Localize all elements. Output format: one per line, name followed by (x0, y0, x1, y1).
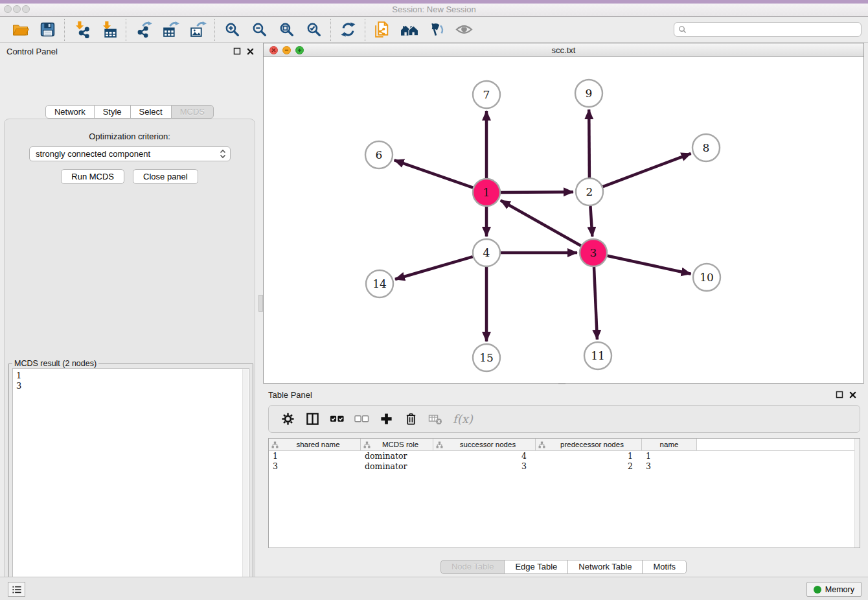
node-10[interactable]: 10 (693, 264, 720, 291)
column-header-predecessor-nodes[interactable]: predecessor nodes (536, 439, 642, 450)
show-graphics-button[interactable] (450, 18, 477, 41)
fit-content-button[interactable] (273, 18, 300, 41)
import-network-button[interactable] (68, 18, 95, 41)
node-3[interactable]: 3 (580, 239, 607, 266)
delete-table-button[interactable] (426, 410, 445, 429)
search-input[interactable] (689, 25, 857, 34)
edge-1-2[interactable] (501, 192, 573, 192)
zoom-selected-icon (306, 21, 322, 38)
mcds-result-text[interactable]: 13 (12, 368, 249, 600)
table-settings-button[interactable] (278, 410, 297, 429)
refresh-icon (340, 21, 356, 38)
vertical-splitter-grip[interactable] (258, 295, 263, 312)
tab-node-table[interactable]: Node Table (440, 560, 505, 574)
network-close-button[interactable] (269, 46, 278, 54)
memory-label: Memory (825, 585, 854, 594)
result-scrollbar[interactable] (242, 369, 248, 600)
network-zoom-button[interactable] (295, 46, 304, 54)
column-header-label: name (645, 441, 694, 448)
optimization-criterion-select[interactable]: strongly connected component (29, 146, 231, 161)
table-panel-title: Table Panel (268, 390, 312, 400)
tab-select[interactable]: Select (130, 105, 172, 119)
ndex-save-button[interactable] (423, 18, 450, 41)
network-minimize-button[interactable] (282, 46, 291, 54)
delete-column-button[interactable] (401, 410, 420, 429)
close-panel-button[interactable]: Close panel (133, 169, 198, 184)
node-15[interactable]: 15 (473, 344, 500, 371)
run-mcds-button[interactable]: Run MCDS (61, 169, 124, 184)
column-header-label: successor nodes (443, 441, 532, 448)
table-row[interactable]: 1dominator411 (269, 451, 860, 461)
node-6[interactable]: 6 (365, 141, 393, 168)
tab-network[interactable]: Network (45, 105, 95, 119)
tab-network-table[interactable]: Network Table (567, 560, 643, 574)
control-panel: Control Panel NetworkStyleSelectMCDS Opt… (0, 43, 259, 577)
edge-3-1[interactable] (501, 200, 581, 246)
tab-style[interactable]: Style (94, 105, 131, 119)
node-7[interactable]: 7 (473, 81, 500, 108)
task-history-button[interactable] (8, 582, 25, 597)
edge-3-10[interactable] (608, 256, 691, 274)
node-1[interactable]: 1 (473, 179, 500, 206)
column-header-shared-name[interactable]: shared name (269, 439, 361, 450)
edge-3-11[interactable] (594, 267, 597, 340)
zoom-out-button[interactable] (246, 18, 273, 41)
houses-icon (400, 21, 419, 38)
node-8[interactable]: 8 (692, 134, 720, 161)
node-label: 10 (700, 271, 714, 284)
node-9[interactable]: 9 (575, 80, 602, 107)
table-cell: 1 (269, 451, 361, 461)
table-scrollbar[interactable] (854, 439, 860, 548)
table-row[interactable]: 3dominator323 (269, 461, 860, 472)
node-label: 11 (591, 349, 605, 362)
node-table[interactable]: shared nameMCDS rolesuccessor nodesprede… (268, 438, 860, 548)
edge-2-3[interactable] (590, 206, 592, 237)
close-panel-icon[interactable] (247, 48, 254, 55)
save-session-button[interactable] (34, 18, 61, 41)
memory-button[interactable]: Memory (806, 582, 862, 597)
show-columns-button[interactable] (303, 410, 322, 429)
edge-2-8[interactable] (603, 154, 691, 187)
node-label: 8 (703, 141, 710, 154)
edge-1-6[interactable] (394, 160, 474, 188)
export-image-button[interactable] (184, 18, 211, 41)
node-11[interactable]: 11 (584, 342, 611, 369)
network-canvas[interactable]: 1234678910111415 (264, 57, 863, 383)
table-cell: 3 (642, 461, 697, 472)
refresh-button[interactable] (334, 18, 361, 41)
function-builder-button[interactable]: f(x) (453, 412, 473, 426)
node-4[interactable]: 4 (473, 239, 500, 266)
node-14[interactable]: 14 (366, 270, 393, 297)
zoom-selected-button[interactable] (300, 18, 327, 41)
toolbar-separator (64, 19, 65, 41)
deselect-all-rows-button[interactable] (352, 410, 371, 429)
ndex-home-button[interactable] (396, 18, 423, 41)
select-all-rows-button[interactable] (327, 410, 347, 429)
column-header-successor-nodes[interactable]: successor nodes (433, 439, 536, 450)
column-header-MCDS-role[interactable]: MCDS role (361, 439, 433, 450)
node-2[interactable]: 2 (576, 178, 603, 205)
export-table-button[interactable] (157, 18, 184, 41)
mcds-result-line: 1 (16, 371, 246, 381)
tab-motifs[interactable]: Motifs (642, 560, 687, 574)
tab-edge-table[interactable]: Edge Table (504, 560, 568, 574)
open-session-button[interactable] (6, 18, 34, 41)
float-panel-icon[interactable] (836, 391, 843, 398)
close-panel-icon[interactable] (849, 391, 856, 398)
network-graph[interactable]: 1234678910111415 (264, 57, 863, 383)
table-cell: 3 (269, 461, 361, 472)
float-panel-icon[interactable] (233, 47, 241, 55)
toolbar-separator (365, 19, 365, 41)
export-network-button[interactable] (130, 18, 157, 41)
import-table-button[interactable] (95, 18, 122, 41)
select-all-icon (330, 413, 345, 424)
network-window: scc.txt 1234678910111415 (263, 43, 864, 384)
column-header-name[interactable]: name (642, 439, 697, 450)
add-column-button[interactable] (376, 410, 396, 429)
edge-2-9[interactable] (589, 110, 589, 178)
zoom-in-button[interactable] (218, 18, 246, 41)
tab-mcds[interactable]: MCDS (171, 105, 214, 119)
edge-4-14[interactable] (395, 257, 473, 279)
ndex-import-button[interactable] (369, 18, 396, 41)
export-network-icon (135, 21, 152, 38)
